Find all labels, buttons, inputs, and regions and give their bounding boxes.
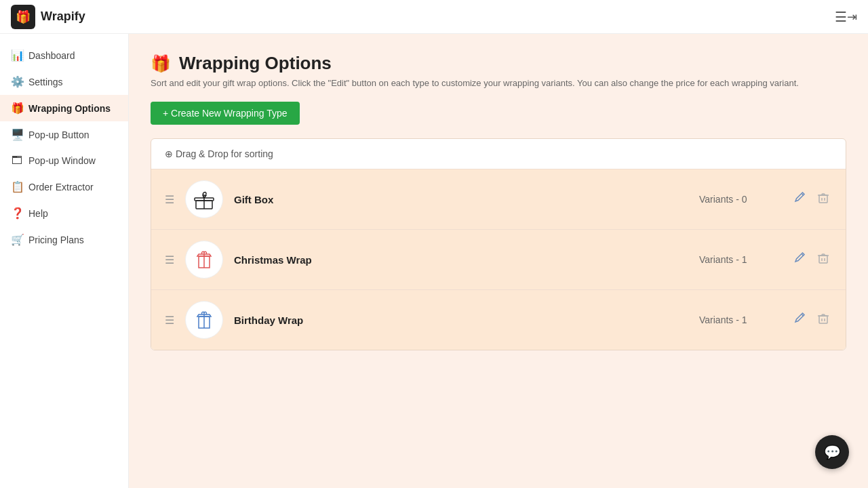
page-subtitle: Sort and edit your gift wrap options. Cl… <box>151 78 846 88</box>
sidebar-item-settings[interactable]: ⚙️ Settings <box>0 68 128 95</box>
drag-drop-label: ⊕ Drag & Drop for sorting <box>165 148 273 159</box>
drag-drop-header: ⊕ Drag & Drop for sorting <box>151 139 846 169</box>
delete-birthday-wrap-icon[interactable] <box>814 310 832 330</box>
wrapping-row: ☰ Christmas Wrap Variants - 1 <box>151 230 846 290</box>
birthday-wrap-actions <box>791 310 832 330</box>
sidebar-label-order-extractor: Order Extractor <box>28 182 94 192</box>
logo-text: Wrapify <box>41 9 85 24</box>
sidebar-item-popup-window[interactable]: 🗔 Pop-up Window <box>0 148 128 174</box>
sidebar-item-help[interactable]: ❓ Help <box>0 200 128 226</box>
birthday-wrap-image <box>185 301 223 339</box>
sidebar-label-wrapping: Wrapping Options <box>28 103 111 114</box>
app-layout: 📊 Dashboard ⚙️ Settings 🎁 Wrapping Optio… <box>0 34 868 488</box>
christmas-wrap-actions <box>791 249 832 270</box>
birthday-wrap-variants: Variants - 1 <box>699 314 781 325</box>
delete-gift-box-icon[interactable] <box>814 189 832 209</box>
sidebar-label-help: Help <box>28 208 48 219</box>
page-title-icon: 🎁 <box>151 54 171 73</box>
drag-handle-birthday-wrap[interactable]: ☰ <box>165 314 174 327</box>
sidebar-label-popup-window: Pop-up Window <box>28 155 96 166</box>
edit-christmas-wrap-icon[interactable] <box>791 249 809 270</box>
header-right: ⇥ <box>847 9 857 24</box>
top-header: 🎁 Wrapify ☰ ⇥ <box>0 0 868 34</box>
order-extractor-icon: 📋 <box>11 180 23 193</box>
pricing-icon: 🛒 <box>11 233 23 246</box>
wrapping-row: ☰ Gift Box Variants - 0 <box>151 169 846 230</box>
drag-handle-christmas-wrap[interactable]: ☰ <box>165 253 174 266</box>
popup-button-icon: 🖥️ <box>11 128 23 141</box>
christmas-wrap-variants: Variants - 1 <box>699 254 781 265</box>
svg-rect-11 <box>819 316 827 323</box>
sidebar-item-order-extractor[interactable]: 📋 Order Extractor <box>0 174 128 200</box>
sidebar-label-settings: Settings <box>28 77 63 87</box>
popup-window-icon: 🗔 <box>11 155 23 167</box>
chat-bubble[interactable]: 💬 <box>815 435 849 469</box>
gift-box-actions <box>791 189 832 209</box>
wrapping-row: ☰ Birthday Wrap Variants - 1 <box>151 290 846 350</box>
sidebar-label-dashboard: Dashboard <box>28 50 75 61</box>
svg-rect-3 <box>819 195 827 203</box>
sidebar: 📊 Dashboard ⚙️ Settings 🎁 Wrapping Optio… <box>0 34 129 488</box>
wrapping-container: ⊕ Drag & Drop for sorting ☰ Gift Box Var… <box>151 138 846 350</box>
page-title: Wrapping Options <box>179 53 332 74</box>
sidebar-item-pricing-plans[interactable]: 🛒 Pricing Plans <box>0 226 128 253</box>
logo-area: 🎁 Wrapify <box>11 5 829 29</box>
sidebar-label-popup-button: Pop-up Button <box>28 129 90 140</box>
main-content: 🎁 Wrapping Options Sort and edit your gi… <box>129 34 868 488</box>
settings-icon: ⚙️ <box>11 75 23 88</box>
edit-gift-box-icon[interactable] <box>791 189 809 209</box>
logout-icon[interactable]: ⇥ <box>847 9 857 24</box>
dashboard-icon: 📊 <box>11 49 23 62</box>
sidebar-label-pricing: Pricing Plans <box>28 235 84 245</box>
sidebar-item-popup-button[interactable]: 🖥️ Pop-up Button <box>0 121 128 148</box>
chat-icon: 💬 <box>824 444 841 460</box>
help-icon: ❓ <box>11 207 23 220</box>
delete-christmas-wrap-icon[interactable] <box>814 249 832 270</box>
gift-box-name: Gift Box <box>234 194 688 205</box>
page-header: 🎁 Wrapping Options <box>151 53 846 74</box>
sidebar-item-dashboard[interactable]: 📊 Dashboard <box>0 42 128 68</box>
wrapping-icon: 🎁 <box>11 102 23 115</box>
hamburger-button[interactable]: ☰ <box>835 9 847 25</box>
edit-birthday-wrap-icon[interactable] <box>791 310 809 330</box>
create-new-wrapping-button[interactable]: + Create New Wrapping Type <box>151 102 300 125</box>
christmas-wrap-image <box>185 241 223 279</box>
gift-box-variants: Variants - 0 <box>699 194 781 205</box>
logo-icon: 🎁 <box>11 5 35 29</box>
gift-box-image <box>185 180 223 218</box>
sidebar-item-wrapping-options[interactable]: 🎁 Wrapping Options <box>0 95 128 121</box>
christmas-wrap-name: Christmas Wrap <box>234 254 688 266</box>
birthday-wrap-name: Birthday Wrap <box>234 314 688 326</box>
svg-rect-7 <box>819 256 827 263</box>
drag-handle-gift-box[interactable]: ☰ <box>165 193 174 206</box>
